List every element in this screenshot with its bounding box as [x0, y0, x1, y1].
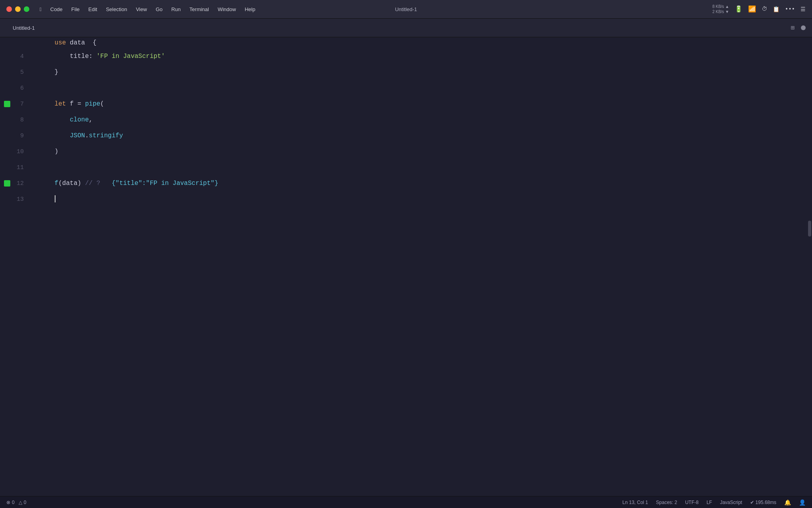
error-count[interactable]: ⊗ 0 △ 0	[6, 500, 26, 505]
menu-run[interactable]: Run	[167, 5, 185, 14]
menu-view[interactable]: View	[132, 5, 151, 14]
menu-go[interactable]: Go	[152, 5, 167, 14]
error-icon: ⊗	[6, 500, 10, 505]
statusbar: ⊗ 0 △ 0 Ln 13, Col 1 Spaces: 2 UTF-8 LF …	[0, 496, 812, 508]
line-number-11: 11	[0, 164, 32, 171]
encoding[interactable]: UTF-8	[685, 500, 699, 505]
titlebar-right: 8 KB/s ▲2 KB/s ▼ 🔋 📶 ⏱ 📋 ••• ☰	[712, 4, 806, 14]
line-content-13[interactable]	[32, 175, 56, 223]
table-row: 13	[0, 191, 807, 207]
minimize-button[interactable]	[15, 6, 21, 12]
cursor	[55, 195, 56, 202]
scrollbar-thumb[interactable]	[808, 221, 811, 237]
timing: ✔ 195.68ms	[750, 500, 776, 505]
clipboard-icon: 📋	[773, 6, 779, 13]
tab-untitled[interactable]: Untitled-1	[6, 23, 41, 33]
table-row: 10 )	[0, 144, 807, 160]
breakpoint-dot-12[interactable]	[4, 180, 10, 187]
line-number-4: 4	[0, 53, 32, 60]
scrollbar-track[interactable]	[807, 37, 812, 496]
feedback-icon[interactable]: 🔔	[784, 499, 791, 506]
language-mode[interactable]: JavaScript	[720, 500, 742, 505]
error-number: 0	[12, 500, 15, 505]
table-row: 7 let f = pipe(	[0, 96, 807, 112]
battery-icon: 🔋	[735, 5, 743, 13]
line-number-5: 5	[0, 69, 32, 76]
line-number-10: 10	[0, 148, 32, 155]
table-row: 9 JSON.stringify	[0, 128, 807, 144]
table-row: 6	[0, 80, 807, 96]
more-icon[interactable]: •••	[785, 6, 795, 12]
menu-help[interactable]: Help	[241, 5, 259, 14]
warning-number: 0	[24, 500, 27, 505]
line-number-6: 6	[0, 85, 32, 92]
menu-file[interactable]: File	[67, 5, 84, 14]
table-row: 4 title: 'FP in JavaScript'	[0, 48, 807, 64]
table-row: 12 f(data) // ? {"title":"FP in JavaScri…	[0, 175, 807, 191]
cursor-position[interactable]: Ln 13, Col 1	[622, 500, 648, 505]
notifications-icon[interactable]: 👤	[799, 499, 806, 506]
wifi-icon: 📶	[748, 5, 756, 13]
close-button[interactable]	[6, 6, 12, 12]
split-editor-icon[interactable]: ⊞	[791, 24, 795, 32]
statusbar-right: Ln 13, Col 1 Spaces: 2 UTF-8 LF JavaScri…	[622, 499, 806, 506]
line-ending[interactable]: LF	[707, 500, 712, 505]
warning-icon: △	[19, 500, 22, 505]
menu-code[interactable]: Code	[46, 5, 67, 14]
table-row: 5 }	[0, 64, 807, 80]
menu-bar:  Code File Edit Selection View Go Run T…	[36, 5, 712, 14]
titlebar:  Code File Edit Selection View Go Run T…	[0, 0, 812, 19]
list-icon[interactable]: ☰	[801, 6, 806, 13]
line-number-8: 8	[0, 117, 32, 123]
line-number-13: 13	[0, 196, 32, 203]
tabbar-right: ⊞	[791, 24, 806, 32]
line-number-9: 9	[0, 133, 32, 139]
window-title: Untitled-1	[395, 6, 417, 12]
network-speed: 8 KB/s ▲2 KB/s ▼	[712, 4, 729, 14]
traffic-lights	[6, 6, 29, 12]
editor: use data { 4 title: 'FP in JavaScript' 5…	[0, 37, 812, 496]
menu-apple[interactable]: 	[36, 5, 46, 14]
menu-edit[interactable]: Edit	[84, 5, 101, 14]
indentation[interactable]: Spaces: 2	[656, 500, 677, 505]
more-actions-icon[interactable]	[801, 25, 806, 30]
menu-selection[interactable]: Selection	[102, 5, 131, 14]
breakpoint-dot-7[interactable]	[4, 101, 10, 107]
time-machine-icon: ⏱	[762, 6, 767, 12]
menu-terminal[interactable]: Terminal	[186, 5, 213, 14]
maximize-button[interactable]	[24, 6, 29, 12]
menu-window[interactable]: Window	[214, 5, 240, 14]
